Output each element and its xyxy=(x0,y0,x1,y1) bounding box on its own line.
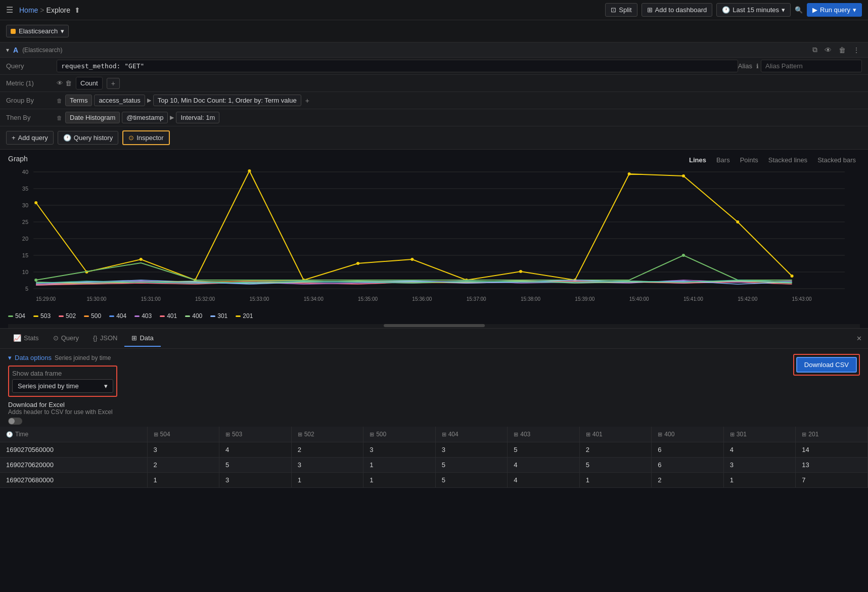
more-options-icon[interactable]: ⋮ xyxy=(851,45,862,55)
metric-add-button[interactable]: + xyxy=(107,78,120,89)
datasource-selector[interactable]: Elasticsearch ▾ xyxy=(6,25,69,37)
cell-value: 5 xyxy=(579,458,652,473)
metric-delete-icon[interactable]: 🗑 xyxy=(65,79,72,87)
metric-eye-icon[interactable]: 👁 xyxy=(57,79,63,87)
split-icon: ⊡ xyxy=(611,6,616,14)
legend-404: 404 xyxy=(109,312,126,320)
then-by-detail[interactable]: Interval: 1m xyxy=(176,112,219,123)
legend-dot-401 xyxy=(160,315,165,317)
query-action-bar: + Add query 🕐 Query history ⊙ Inspector xyxy=(0,126,868,149)
svg-text:15:35:00: 15:35:00 xyxy=(358,296,378,302)
group-by-add-icon[interactable]: + xyxy=(305,97,309,105)
svg-text:15:39:00: 15:39:00 xyxy=(575,296,595,302)
cell-value: 1 xyxy=(723,473,796,488)
group-by-delete-icon[interactable]: 🗑 xyxy=(57,98,62,104)
query-history-button[interactable]: 🕐 Query history xyxy=(58,131,118,145)
cell-value: 2 xyxy=(652,473,724,488)
legend-400: 400 xyxy=(185,312,202,320)
svg-point-31 xyxy=(34,201,37,204)
search-icon[interactable]: 🔍 xyxy=(795,6,803,14)
legend-502: 502 xyxy=(59,312,76,320)
legend-403: 403 xyxy=(134,312,152,320)
tab-query[interactable]: ⊙ Query xyxy=(46,330,86,347)
explore-link[interactable]: Explore xyxy=(47,6,70,14)
then-by-type-selector[interactable]: Date Histogram xyxy=(65,112,120,123)
graph-stacked-bars-button[interactable]: Stacked bars xyxy=(813,155,860,165)
svg-text:15:29:00: 15:29:00 xyxy=(36,296,56,302)
run-query-button[interactable]: ▶ Run query ▾ xyxy=(807,3,862,17)
svg-point-44 xyxy=(736,220,739,223)
group-by-expand-icon[interactable]: ▶ xyxy=(147,97,151,104)
graph-stacked-lines-button[interactable]: Stacked lines xyxy=(764,155,811,165)
excel-label: Download for Excel xyxy=(8,401,117,408)
datasource-name: Elasticsearch xyxy=(19,27,58,35)
graph-points-button[interactable]: Points xyxy=(736,155,762,165)
group-by-type-selector[interactable]: Terms xyxy=(65,95,92,106)
svg-point-40 xyxy=(519,270,522,273)
time-range-button[interactable]: 🕐 Last 15 minutes ▾ xyxy=(716,3,791,17)
then-by-expand-icon[interactable]: ▶ xyxy=(170,114,174,121)
graph-bars-button[interactable]: Bars xyxy=(712,155,734,165)
chart-scrollbar-thumb[interactable] xyxy=(384,324,485,327)
menu-icon[interactable]: ☰ xyxy=(6,5,13,15)
svg-point-43 xyxy=(682,174,685,177)
legend-label-502: 502 xyxy=(66,312,76,320)
svg-point-37 xyxy=(356,262,359,265)
cell-value: 1 xyxy=(291,473,363,488)
chart-area: 40 35 30 25 20 15 10 5 15:29:00 15:30:00… xyxy=(8,167,860,308)
share-icon[interactable]: ⬆ xyxy=(74,6,80,14)
download-csv-button[interactable]: Download CSV xyxy=(796,357,857,373)
frame-select-dropdown[interactable]: Series joined by time ▾ xyxy=(12,379,113,393)
svg-text:30: 30 xyxy=(22,202,28,208)
tab-stats[interactable]: 📈 Stats xyxy=(6,330,46,347)
close-panel-button[interactable]: ✕ xyxy=(856,335,862,342)
alias-input[interactable] xyxy=(761,60,862,72)
copy-icon[interactable]: ⧉ xyxy=(810,44,819,55)
split-button[interactable]: ⊡ Split xyxy=(605,3,637,17)
tab-stats-label: Stats xyxy=(24,334,39,342)
chart-scrollbar[interactable] xyxy=(8,324,860,328)
group-by-field[interactable]: access_status xyxy=(94,95,145,106)
metric-type-selector[interactable]: Count xyxy=(76,77,103,89)
then-by-field[interactable]: @timestamp xyxy=(122,112,168,123)
collapse-arrow-icon[interactable]: ▾ xyxy=(6,47,9,54)
col-404: ⊞404 xyxy=(435,427,508,442)
query-header-actions: ⧉ 👁 🗑 ⋮ xyxy=(810,44,862,55)
col-502: ⊞502 xyxy=(291,427,363,442)
graph-lines-button[interactable]: Lines xyxy=(685,155,710,165)
svg-text:20: 20 xyxy=(22,236,28,242)
group-by-detail[interactable]: Top 10, Min Doc Count: 1, Order by: Term… xyxy=(153,95,301,106)
cell-value: 3 xyxy=(291,458,363,473)
query-input[interactable] xyxy=(57,60,738,72)
split-label: Split xyxy=(619,6,631,14)
data-options-header[interactable]: ▾ Data options Series joined by time xyxy=(8,354,117,361)
table-row: 169027062000025315456313 xyxy=(0,458,868,473)
legend-label-403: 403 xyxy=(142,312,152,320)
group-by-label: Group By xyxy=(6,97,57,104)
legend-201: 201 xyxy=(236,312,253,320)
legend-dot-403 xyxy=(134,315,140,317)
then-by-delete-icon[interactable]: 🗑 xyxy=(57,115,62,121)
alias-info-icon[interactable]: ℹ xyxy=(756,63,759,70)
svg-text:15:42:00: 15:42:00 xyxy=(738,296,757,302)
query-field-label: Query xyxy=(6,62,57,70)
403-col-icon: ⊞ xyxy=(514,431,518,437)
svg-point-38 xyxy=(410,258,414,261)
cell-value: 4 xyxy=(508,458,580,473)
inspector-button[interactable]: ⊙ Inspector xyxy=(122,130,169,145)
svg-text:15:36:00: 15:36:00 xyxy=(412,296,432,302)
legend-504: 504 xyxy=(8,312,25,320)
data-options-container: ▾ Data options Series joined by time Sho… xyxy=(0,349,868,427)
tab-data[interactable]: ⊞ Data xyxy=(124,330,160,347)
cell-value: 5 xyxy=(219,458,292,473)
legend-label-404: 404 xyxy=(116,312,126,320)
add-query-button[interactable]: + Add query xyxy=(6,131,54,145)
eye-icon[interactable]: 👁 xyxy=(823,45,834,55)
excel-toggle[interactable] xyxy=(8,418,22,425)
add-dashboard-button[interactable]: ⊞ Add to dashboard xyxy=(642,3,713,17)
cell-value: 2 xyxy=(291,442,363,458)
tab-json[interactable]: {} JSON xyxy=(86,330,124,347)
401-col-icon: ⊞ xyxy=(586,431,590,437)
home-link[interactable]: Home xyxy=(19,6,38,14)
trash-icon[interactable]: 🗑 xyxy=(837,45,848,55)
